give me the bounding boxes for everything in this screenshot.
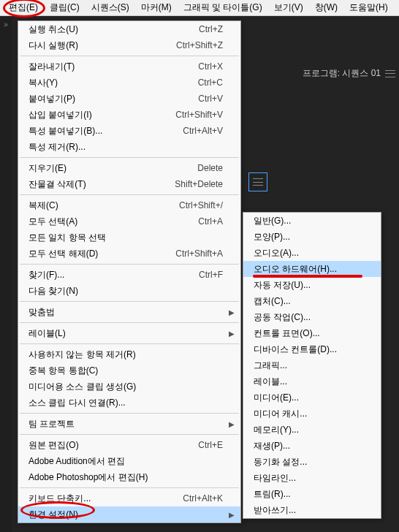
menu-item[interactable]: 키보드 단축키...Ctrl+Alt+K: [18, 490, 240, 506]
submenu-item[interactable]: 오디오(A)...: [243, 245, 381, 261]
menu-separator: [20, 487, 239, 488]
panel-menu-icon[interactable]: [385, 70, 395, 77]
menubar-item-clip[interactable]: 클립(C): [44, 0, 86, 15]
submenu-item-label: 트림(R)...: [254, 488, 363, 501]
menu-item[interactable]: 미디어용 소스 클립 생성(G): [18, 379, 240, 395]
submenu-item[interactable]: 컨트롤 표면(O)...: [243, 325, 381, 341]
menu-item[interactable]: 지우기(E)Delete: [18, 160, 240, 176]
submenu-item-label: 자동 저장(U)...: [254, 279, 363, 292]
menubar-item-graphics[interactable]: 그래픽 및 타이틀(G): [178, 0, 268, 15]
side-arrow-icon: »: [4, 20, 8, 28]
menu-item[interactable]: 환경 설정(N)▶: [18, 506, 240, 522]
menu-item[interactable]: 잘라내기(T)Ctrl+X: [18, 58, 240, 75]
submenu-item-label: 컨트롤 표면(O)...: [254, 327, 363, 340]
menu-item-label: 모두 선택(A): [28, 216, 180, 228]
menubar-item-edit[interactable]: 편집(E): [3, 0, 44, 15]
menu-item-shortcut: Ctrl+Z: [199, 24, 223, 34]
monitor-button[interactable]: [248, 172, 267, 191]
menu-item-label: 모든 일치 항목 선택: [28, 232, 223, 244]
menu-item[interactable]: 맞춤법▶: [18, 304, 240, 320]
menu-item[interactable]: 실행 취소(U)Ctrl+Z: [18, 21, 240, 37]
menu-item[interactable]: 복제(C)Ctrl+Shift+/: [18, 197, 240, 213]
submenu-item-label: 동기화 설정...: [254, 456, 363, 468]
menu-item-shortcut: Ctrl+A: [198, 216, 223, 227]
submenu-arrow-icon: ▶: [229, 308, 235, 316]
menu-item-shortcut: Ctrl+Alt+V: [183, 126, 223, 136]
menu-separator: [20, 56, 239, 56]
menu-item[interactable]: 레이블(L)▶: [18, 325, 240, 341]
submenu-item[interactable]: 미디어 캐시...: [243, 406, 381, 422]
submenu-item[interactable]: 오디오 하드웨어(H)...: [243, 261, 381, 277]
submenu-item-label: 일반(G)...: [254, 215, 363, 227]
menu-item[interactable]: Adobe Photoshop에서 편집(H): [18, 469, 240, 485]
menu-item-shortcut: Shift+Delete: [175, 179, 223, 189]
menu-item-label: 키보드 단축키...: [28, 493, 165, 505]
menu-item-shortcut: Ctrl+E: [198, 440, 223, 450]
menu-separator: [20, 322, 239, 323]
submenu-item-label: 디바이스 컨트롤(D)...: [254, 343, 363, 356]
menu-item[interactable]: 팀 프로젝트▶: [18, 416, 240, 432]
submenu-item[interactable]: 디바이스 컨트롤(D)...: [243, 341, 381, 357]
submenu-item[interactable]: 재생(P)...: [243, 438, 381, 454]
menu-item[interactable]: Adobe Audition에서 편집: [18, 453, 240, 469]
menu-item-shortcut: Ctrl+Shift+/: [179, 200, 223, 210]
menubar-item-view[interactable]: 보기(V): [268, 0, 309, 15]
menu-item-label: 중복 항목 통합(C): [28, 365, 223, 377]
submenu-item-label: 받아쓰기...: [254, 504, 363, 517]
menu-item[interactable]: 사용하지 않는 항목 제거(R): [18, 346, 240, 362]
submenu-item-label: 재생(P)...: [254, 440, 363, 452]
submenu-item-label: 그래픽...: [254, 360, 363, 372]
menubar-item-marker[interactable]: 마커(M): [135, 0, 178, 15]
menu-item-shortcut: Ctrl+Alt+K: [183, 493, 223, 503]
submenu-item[interactable]: 캡처(C)...: [243, 293, 381, 309]
menu-item[interactable]: 삽입 붙여넣기(I)Ctrl+Shift+V: [18, 107, 240, 123]
menu-item-label: 맞춤법: [28, 306, 223, 319]
menu-item[interactable]: 중복 항목 통합(C): [18, 362, 240, 379]
submenu-item[interactable]: 트림(R)...: [243, 486, 381, 502]
submenu-item[interactable]: 타임라인...: [243, 470, 381, 486]
menu-item[interactable]: 특성 붙여넣기(B)...Ctrl+Alt+V: [18, 123, 240, 139]
menu-item[interactable]: 찾기(F)...Ctrl+F: [18, 267, 240, 283]
menu-item-label: 다시 실행(R): [28, 39, 159, 52]
submenu-item[interactable]: 동기화 설정...: [243, 454, 381, 470]
menu-item[interactable]: 다음 찾기(N): [18, 283, 240, 299]
submenu-arrow-icon: ▶: [229, 511, 235, 519]
menu-separator: [20, 301, 239, 302]
menu-item-shortcut: Ctrl+V: [198, 94, 223, 104]
menu-item[interactable]: 잔물결 삭제(T)Shift+Delete: [18, 176, 240, 192]
menu-item[interactable]: 모두 선택(A)Ctrl+A: [18, 213, 240, 229]
submenu-item[interactable]: 일반(G)...: [243, 213, 381, 229]
menu-item-label: 찾기(F)...: [28, 269, 181, 281]
program-panel-header: 프로그램: 시퀀스 01: [303, 67, 395, 80]
menu-item[interactable]: 원본 편집(O)Ctrl+E: [18, 437, 240, 453]
menubar-item-window[interactable]: 창(W): [309, 0, 343, 15]
menu-item[interactable]: 모든 일치 항목 선택: [18, 229, 240, 246]
menubar-item-sequence[interactable]: 시퀀스(S): [86, 0, 135, 15]
submenu-item-label: 오디오 하드웨어(H)...: [254, 263, 363, 276]
menu-item[interactable]: 특성 제거(R)...: [18, 139, 240, 155]
menu-item[interactable]: 소스 클립 다시 연결(R)...: [18, 395, 240, 411]
menu-item-label: 잔물결 삭제(T): [28, 178, 157, 191]
menu-item[interactable]: 복사(Y)Ctrl+C: [18, 75, 240, 91]
menu-item-label: 사용하지 않는 항목 제거(R): [28, 349, 223, 361]
submenu-item[interactable]: 모양(P)...: [243, 229, 381, 245]
menu-item-label: 실행 취소(U): [28, 23, 181, 36]
menu-item[interactable]: 모두 선택 해제(D)Ctrl+Shift+A: [18, 246, 240, 262]
menu-item-label: 특성 붙여넣기(B)...: [28, 125, 165, 137]
submenu-item[interactable]: 공동 작업(C)...: [243, 309, 381, 325]
submenu-item[interactable]: 그래픽...: [243, 357, 381, 373]
submenu-item[interactable]: 메모리(Y)...: [243, 422, 381, 438]
menu-item-shortcut: Ctrl+Shift+V: [175, 110, 223, 120]
main-menubar: 편집(E) 클립(C) 시퀀스(S) 마커(M) 그래픽 및 타이틀(G) 보기…: [0, 0, 399, 16]
menu-item[interactable]: 붙여넣기(P)Ctrl+V: [18, 91, 240, 107]
submenu-item[interactable]: 레이블...: [243, 373, 381, 390]
menu-item[interactable]: 다시 실행(R)Ctrl+Shift+Z: [18, 37, 240, 53]
submenu-item[interactable]: 자동 저장(U)...: [243, 277, 381, 293]
menu-separator: [20, 157, 239, 158]
menubar-item-help[interactable]: 도움말(H): [343, 0, 394, 15]
submenu-item[interactable]: 미디어(E)...: [243, 390, 381, 406]
submenu-item[interactable]: 받아쓰기...: [243, 502, 381, 518]
menu-item-shortcut: Ctrl+Shift+Z: [176, 40, 223, 50]
menu-item-label: 복사(Y): [28, 77, 180, 89]
menu-separator: [20, 194, 239, 195]
